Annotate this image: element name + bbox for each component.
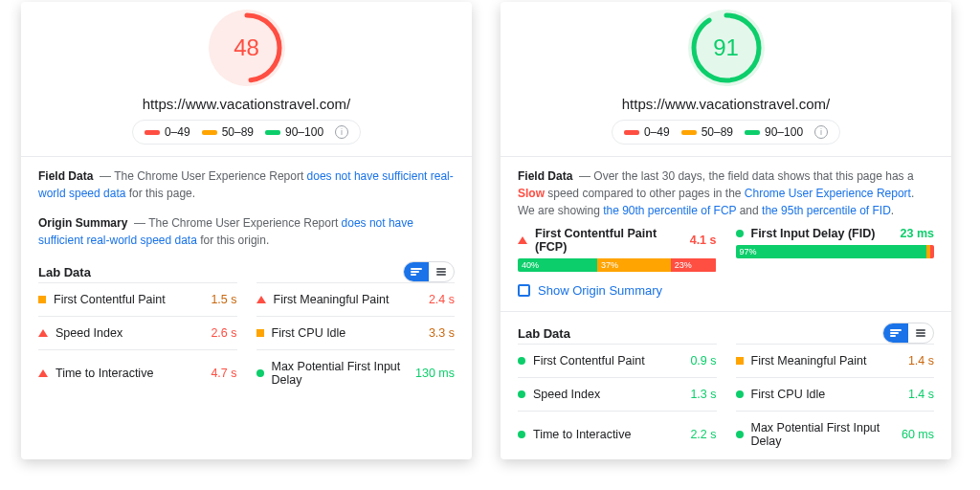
report-card-right: 91 https://www.vacationstravel.com/ 0–49…	[501, 2, 951, 459]
metric-value: 1.4 s	[908, 388, 934, 401]
metric-label: First Meaningful Paint	[274, 293, 421, 306]
lab-data-section: Lab Data First Contentful Paint0.9 sFirs…	[501, 312, 951, 459]
lab-metric-row: First CPU Idle1.4 s	[736, 377, 935, 411]
tested-url: https://www.vacationstravel.com/	[501, 96, 951, 112]
score-hero: 91 https://www.vacationstravel.com/ 0–49…	[501, 2, 951, 145]
fid-percentile-link[interactable]: the 95th percentile of FID	[762, 204, 891, 217]
lab-metrics-grid: First Contentful Paint0.9 sFirst Meaning…	[518, 344, 934, 457]
lab-metric-row: Time to Interactive4.7 s	[38, 349, 237, 396]
metric-value: 2.4 s	[429, 293, 455, 306]
square-orange-icon	[38, 296, 46, 303]
view-toggle[interactable]	[403, 261, 455, 282]
metric-value: 60 ms	[902, 428, 934, 441]
triangle-red-icon	[518, 236, 527, 244]
toggle-list-icon[interactable]	[429, 262, 454, 281]
dot-green-icon	[256, 369, 264, 377]
triangle-red-icon	[38, 329, 48, 337]
metric-value: 3.3 s	[429, 326, 455, 340]
show-origin-summary[interactable]: Show Origin Summary	[518, 283, 934, 298]
lab-metric-row: First Contentful Paint1.5 s	[38, 282, 237, 316]
crux-link[interactable]: Chrome User Experience Report	[745, 187, 911, 200]
score-legend: 0–49 50–89 90–100 i	[612, 120, 840, 145]
toggle-bars-icon[interactable]	[404, 262, 429, 281]
info-icon[interactable]: i	[335, 125, 348, 139]
field-data-section: Field Data — The Chrome User Experience …	[21, 157, 472, 204]
score-value: 48	[209, 10, 285, 86]
lab-metric-row: First CPU Idle3.3 s	[256, 316, 456, 349]
fcp-distribution-bar: 40%37%23%	[518, 258, 717, 272]
lab-metric-row: Speed Index2.6 s	[38, 316, 237, 349]
field-data-section: Field Data — Over the last 30 days, the …	[501, 157, 951, 300]
metric-label: Time to Interactive	[56, 367, 203, 380]
fcp-percentile-link[interactable]: the 90th percentile of FCP	[603, 204, 736, 217]
fid-distribution-bar: 97%2%1%	[736, 245, 935, 258]
square-orange-icon	[256, 329, 264, 337]
dot-green-icon	[736, 431, 744, 438]
dot-green-icon	[518, 390, 525, 398]
toggle-list-icon[interactable]	[908, 323, 933, 343]
metric-value: 1.5 s	[211, 293, 236, 306]
origin-summary-section: Origin Summary — The Chrome User Experie…	[21, 204, 472, 251]
lab-metric-row: First Meaningful Paint1.4 s	[736, 344, 935, 377]
tested-url: https://www.vacationstravel.com/	[21, 96, 472, 112]
lab-data-title: Lab Data	[518, 326, 570, 341]
lab-metric-row: Max Potential First Input Delay130 ms	[256, 349, 456, 396]
lab-metrics-grid: First Contentful Paint1.5 sFirst Meaning…	[38, 282, 455, 396]
metric-label: First Contentful Paint	[54, 293, 203, 306]
metric-label: First Meaningful Paint	[751, 354, 901, 368]
metric-value: 4.7 s	[211, 367, 236, 380]
fcp-field-metric: First Contentful Paint (FCP) 4.1 s 40%37…	[518, 227, 717, 272]
info-icon[interactable]: i	[814, 125, 828, 139]
metric-value: 0.9 s	[690, 354, 716, 368]
lab-metric-row: Speed Index1.3 s	[518, 377, 717, 411]
dot-green-icon	[518, 357, 525, 365]
metric-label: Max Potential First Input Delay	[751, 421, 894, 448]
metric-label: First Contentful Paint	[533, 354, 682, 368]
dot-green-icon	[736, 390, 744, 398]
checkbox-icon[interactable]	[518, 284, 530, 297]
triangle-red-icon	[256, 296, 266, 303]
metric-label: Time to Interactive	[533, 428, 682, 441]
score-gauge: 48	[209, 10, 285, 86]
metric-value: 130 ms	[415, 367, 455, 380]
metric-value: 1.4 s	[908, 354, 934, 368]
lab-data-section: Lab Data First Contentful Paint1.5 sFirs…	[21, 251, 472, 398]
lab-data-title: Lab Data	[38, 265, 91, 279]
metric-value: 2.2 s	[690, 428, 716, 441]
metric-value: 1.3 s	[690, 388, 716, 401]
fid-field-metric: First Input Delay (FID) 23 ms 97%2%1%	[736, 227, 935, 272]
report-card-left: 48 https://www.vacationstravel.com/ 0–49…	[21, 2, 472, 459]
score-gauge: 91	[688, 10, 765, 86]
toggle-bars-icon[interactable]	[883, 323, 908, 343]
metric-label: Speed Index	[533, 388, 682, 401]
view-toggle[interactable]	[882, 323, 934, 344]
lab-metric-row: Time to Interactive2.2 s	[518, 411, 717, 457]
square-orange-icon	[736, 357, 744, 365]
triangle-red-icon	[38, 369, 48, 377]
lab-metric-row: First Meaningful Paint2.4 s	[256, 282, 456, 316]
score-hero: 48 https://www.vacationstravel.com/ 0–49…	[21, 2, 472, 145]
metric-label: Max Potential First Input Delay	[272, 360, 409, 387]
dot-green-icon	[736, 230, 744, 237]
score-value: 91	[688, 10, 765, 86]
metric-label: Speed Index	[56, 326, 203, 340]
metric-label: First CPU Idle	[272, 326, 421, 340]
lab-metric-row: First Contentful Paint0.9 s	[518, 344, 717, 377]
dot-green-icon	[518, 431, 525, 438]
metric-label: First CPU Idle	[751, 388, 901, 401]
score-legend: 0–49 50–89 90–100 i	[132, 120, 361, 145]
lab-metric-row: Max Potential First Input Delay60 ms	[736, 411, 935, 457]
metric-value: 2.6 s	[211, 326, 236, 340]
